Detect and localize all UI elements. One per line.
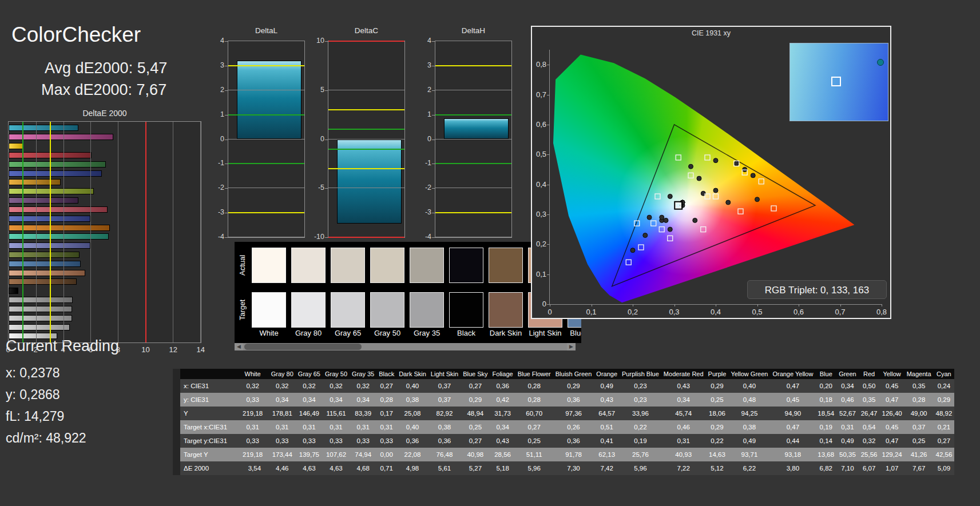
table-cell: 94,90	[770, 407, 815, 420]
table-cell: 0,46	[661, 420, 706, 434]
deltae-bar-row	[9, 322, 201, 332]
axis-tick-label: 0,2	[628, 308, 638, 316]
target-point	[705, 155, 710, 160]
table-cell: 51,11	[515, 448, 553, 461]
deltae-bar	[9, 197, 78, 204]
table-cell: 42,56	[934, 448, 955, 461]
table-cell: 45,74	[661, 407, 706, 420]
table-cell: 0,31	[350, 420, 376, 434]
table-header-row: WhiteGray 80Gray 65Gray 50Gray 35BlackDa…	[177, 369, 955, 379]
column-header: White	[240, 369, 269, 379]
axis-tick-label: 1	[416, 110, 431, 118]
gridline	[228, 41, 304, 41]
table-cell: 94,25	[728, 407, 770, 420]
deltae-bar	[9, 270, 85, 276]
table-cell: 219,18	[240, 448, 269, 461]
target-point	[651, 221, 656, 226]
table-cell: 0,32	[350, 379, 376, 393]
table-cell: 5,18	[490, 461, 515, 475]
table-cell: 0,38	[428, 420, 461, 434]
deltae-bar-row	[9, 123, 201, 133]
table-row: Y219,18178,81146,49115,6183,390,1725,088…	[177, 407, 955, 420]
table-cell: 0,38	[396, 393, 428, 407]
table-cell: 0,34	[296, 393, 323, 407]
deltae-chart	[8, 121, 201, 343]
swatch-target	[370, 292, 404, 328]
table-cell: 0,29	[706, 420, 729, 434]
deltae-bar-row	[9, 250, 201, 260]
cie-chart-title: CIE 1931 xy	[532, 29, 890, 37]
deltac-chart: DeltaC 1050-5-10	[328, 26, 405, 238]
column-header: Magenta	[904, 369, 934, 379]
table-cell: 0,32	[269, 379, 296, 393]
deltae-bar-row	[9, 196, 201, 205]
axis-tick-label: 0,1	[586, 308, 596, 316]
table-cell: 0,34	[350, 393, 376, 407]
avg-de2000-value: Avg dE2000: 5,47	[45, 59, 167, 77]
tick-mark	[225, 237, 228, 238]
scrollbar-thumb[interactable]	[244, 344, 362, 350]
axis-tick-label: -4	[416, 233, 431, 241]
table-cell: 0,25	[706, 393, 729, 407]
target-point	[705, 194, 710, 199]
table-cell: 25,56	[859, 448, 880, 461]
reading-y: y: 0,2868	[6, 384, 86, 405]
swatch-row-label-target: Target	[238, 292, 248, 328]
table-cell: 76,48	[428, 448, 461, 461]
column-header: Bluish Green	[553, 369, 594, 379]
axis-tick-label: 2	[33, 345, 37, 354]
axis-tick-label: -10	[309, 233, 324, 241]
deltal-chart-title: DeltaL	[228, 26, 305, 37]
scrollbar-right-arrow-icon[interactable]: ▶	[567, 343, 576, 350]
deltae-bar-row	[9, 296, 201, 305]
table-cell: 0,34	[490, 420, 515, 434]
table-cell: 0,29	[934, 393, 955, 407]
table-cell: 7,30	[553, 461, 594, 475]
axis-tick-label: 6	[89, 345, 93, 354]
tick-mark	[547, 125, 550, 125]
deltae-bar-row	[9, 259, 201, 268]
table-cell: 0,47	[880, 434, 904, 448]
deltah-chart-title: DeltaH	[435, 26, 512, 37]
table-cell: 0,29	[553, 379, 594, 393]
column-header: Cyan	[934, 369, 955, 379]
table-cell: 5,27	[461, 461, 490, 475]
table-cell: 5,96	[515, 461, 553, 475]
gridline	[228, 90, 304, 90]
table-cell: 0,28	[376, 393, 396, 407]
deltal-plot: 43210-1-2-3-4	[228, 41, 305, 238]
gridline	[228, 163, 304, 164]
gridline	[328, 168, 404, 169]
measured-point	[713, 188, 718, 193]
table-cell: 146,49	[296, 407, 323, 420]
tick-mark	[716, 304, 716, 306]
gridline	[435, 163, 511, 164]
swatch-label: Gray 35	[406, 329, 447, 337]
table-cell: 0,27	[461, 434, 490, 448]
table-row: Target Y219,18173,44139,75107,6274,940,0…	[177, 448, 955, 461]
row-label: Target Y	[177, 448, 241, 461]
measured-point	[630, 248, 635, 253]
table-cell: 0,37	[428, 379, 461, 393]
tick-mark	[547, 95, 550, 95]
axis-tick-label: -5	[309, 184, 324, 192]
swatch-scrollbar[interactable]: ◀ ▶	[235, 343, 576, 350]
axis-tick-label: 4	[209, 37, 224, 45]
table-cell: 60,70	[515, 407, 553, 420]
table-cell: 0,36	[490, 379, 515, 393]
table-cell: 0,35	[859, 393, 880, 407]
table-cell: 5,09	[934, 461, 955, 475]
table-cell: 0,45	[880, 379, 904, 393]
table-cell: 0,29	[461, 393, 490, 407]
scrollbar-left-arrow-icon[interactable]: ◀	[235, 343, 243, 350]
tick-mark	[325, 90, 328, 91]
axis-tick-label: 0	[416, 135, 431, 143]
measured-point	[751, 173, 755, 178]
tick-mark	[547, 185, 550, 185]
deltae-bar-row	[9, 232, 201, 241]
table-cell: 6,07	[859, 461, 880, 475]
target-point	[676, 155, 681, 160]
table-cell: 0,32	[859, 434, 880, 448]
deltae-bar-row	[9, 178, 201, 187]
table-cell: 0,24	[934, 379, 955, 393]
